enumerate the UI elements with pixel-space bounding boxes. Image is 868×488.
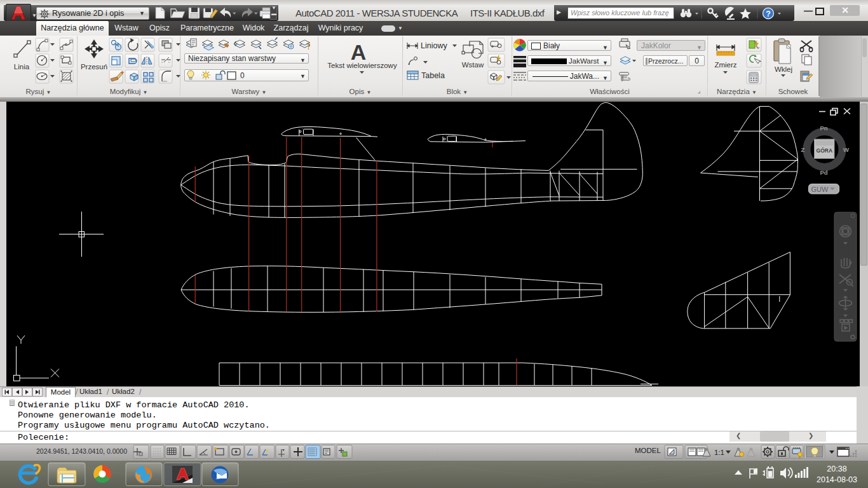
svg-text:Wstaw: Wstaw [462,61,484,69]
svg-text:1:1: 1:1 [714,449,724,456]
svg-text:Pd: Pd [820,169,827,176]
svg-text:Pn: Pn [820,125,827,132]
svg-text:Tabela: Tabela [421,71,445,80]
svg-text:Zmierz: Zmierz [714,61,736,69]
svg-text:GÓRA: GÓRA [817,147,833,154]
svg-text:Przesuń: Przesuń [81,63,107,71]
svg-text:Linia: Linia [14,63,30,71]
svg-text:A: A [351,40,367,64]
svg-text:Liniowy: Liniowy [421,41,447,50]
svg-text:0: 0 [240,71,245,80]
svg-text:Wklej: Wklej [775,65,792,73]
svg-text:W: W [843,146,849,153]
svg-text:?: ? [766,10,771,18]
svg-text:Z: Z [801,146,805,153]
svg-text:Tekst wielowierszowy: Tekst wielowierszowy [327,62,397,69]
svg-text:GUW: GUW [811,186,829,193]
